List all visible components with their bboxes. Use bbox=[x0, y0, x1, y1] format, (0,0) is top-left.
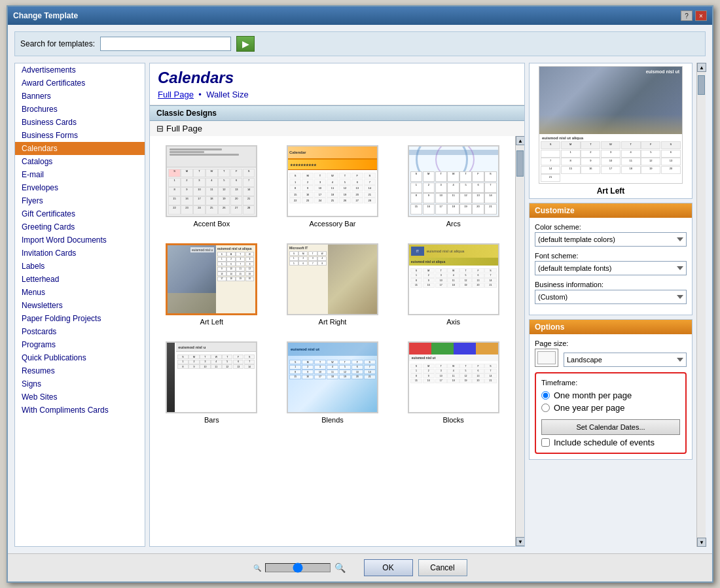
center-header: Calendars Full Page • Wallet Size bbox=[150, 63, 524, 105]
template-blocks[interactable]: euismod nisl ut SMTWTFS 1234567 89101112… bbox=[398, 339, 509, 426]
right-scrollbar-down[interactable]: ▼ bbox=[697, 538, 706, 547]
template-accessory-bar[interactable]: Calendar ★★★★★★★★★★ SMTWTFS 1234567 bbox=[278, 143, 388, 230]
sidebar-item-paper-folding[interactable]: Paper Folding Projects bbox=[15, 312, 145, 325]
sidebar-item-email[interactable]: E-mail bbox=[15, 168, 145, 181]
template-arcs[interactable]: SMTWTFS 1234567 891011121314 15161718192… bbox=[398, 143, 509, 230]
font-scheme-select[interactable]: (default template fonts) bbox=[535, 261, 687, 275]
preview-image: euismod nisl ut euismod nisl ut aliqua S… bbox=[539, 66, 683, 184]
search-bar: Search for templates: ▶ bbox=[14, 31, 706, 56]
sidebar-item-quick-publications[interactable]: Quick Publications bbox=[15, 351, 145, 364]
template-name-blocks: Blocks bbox=[442, 416, 463, 424]
set-calendar-dates-button[interactable]: Set Calendar Dates... bbox=[541, 419, 680, 435]
template-thumb-axis: IT euismod nisl ut aliqua euismod nisl u… bbox=[408, 243, 499, 315]
zoom-slider[interactable] bbox=[265, 563, 331, 572]
sidebar-item-flyers[interactable]: Flyers bbox=[15, 194, 145, 207]
sidebar-item-calendars[interactable]: Calendars bbox=[15, 142, 145, 155]
sidebar-item-banners[interactable]: Banners bbox=[15, 90, 145, 103]
scrollbar-up-arrow[interactable]: ▲ bbox=[516, 136, 524, 145]
preview-label: Art Left bbox=[597, 186, 625, 196]
collapse-icon[interactable]: ⊟ bbox=[156, 124, 164, 133]
template-name-blends: Blends bbox=[321, 416, 344, 424]
sidebar-item-programs[interactable]: Programs bbox=[15, 338, 145, 351]
zoom-bar: 🔍 🔍 bbox=[253, 562, 346, 573]
template-accent-box[interactable]: SMTWTFS 1234567 891011121314 15161718192… bbox=[156, 143, 267, 230]
sidebar-item-resumes[interactable]: Resumes bbox=[15, 364, 145, 377]
template-thumb-accessory-bar: Calendar ★★★★★★★★★★ SMTWTFS 1234567 bbox=[287, 145, 378, 217]
center-scrollbar[interactable]: ▲ ▼ bbox=[515, 136, 524, 546]
templates-scroll-area[interactable]: SMTWTFS 1234567 891011121314 15161718192… bbox=[150, 136, 515, 546]
color-scheme-select[interactable]: (default template colors) bbox=[535, 232, 687, 247]
main-content: Advertisements Award Certificates Banner… bbox=[14, 63, 706, 547]
subtitle-full-page[interactable]: Full Page bbox=[158, 90, 194, 99]
sidebar-item-award-certificates[interactable]: Award Certificates bbox=[15, 77, 145, 90]
scrollbar-thumb[interactable] bbox=[516, 150, 524, 177]
sidebar-item-brochures[interactable]: Brochures bbox=[15, 103, 145, 116]
sidebar-item-business-cards[interactable]: Business Cards bbox=[15, 116, 145, 129]
color-scheme-row: Color scheme: (default template colors) bbox=[535, 223, 687, 247]
sidebar-item-business-forms[interactable]: Business Forms bbox=[15, 129, 145, 142]
radio-year[interactable] bbox=[541, 404, 550, 412]
close-button[interactable]: × bbox=[695, 10, 707, 21]
options-section-title: Options bbox=[530, 320, 692, 334]
color-scheme-label: Color scheme: bbox=[535, 223, 687, 231]
search-arrow-icon: ▶ bbox=[242, 39, 249, 49]
sidebar-item-invitation-cards[interactable]: Invitation Cards bbox=[15, 247, 145, 260]
zoom-in-icon: 🔍 bbox=[334, 562, 346, 573]
options-content: Page size: Landscape bbox=[530, 334, 692, 459]
sidebar-item-postcards[interactable]: Postcards bbox=[15, 325, 145, 338]
sidebar-item-letterhead[interactable]: Letterhead bbox=[15, 273, 145, 286]
subtitle-wallet[interactable]: Wallet Size bbox=[206, 90, 249, 99]
template-name-accent-box: Accent Box bbox=[194, 220, 230, 228]
category-sidebar: Advertisements Award Certificates Banner… bbox=[14, 63, 145, 547]
subsection-label: Full Page bbox=[166, 124, 202, 133]
business-info-select[interactable]: (Custom) bbox=[535, 290, 687, 304]
full-page-subsection: ⊟ Full Page bbox=[150, 121, 524, 136]
include-schedule-row: Include schedule of events bbox=[541, 438, 680, 447]
radio-month[interactable] bbox=[541, 391, 550, 400]
options-box: Options Page size: bbox=[529, 319, 693, 460]
sidebar-item-gift-certificates[interactable]: Gift Certificates bbox=[15, 207, 145, 220]
sidebar-item-catalogs[interactable]: Catalogs bbox=[15, 155, 145, 168]
template-blends[interactable]: euismod nisl ut SMTWTFS 1234567 89101112… bbox=[278, 339, 388, 426]
search-input[interactable] bbox=[100, 37, 231, 51]
help-button[interactable]: ? bbox=[681, 10, 693, 21]
cancel-button[interactable]: Cancel bbox=[418, 559, 467, 576]
preview-box: euismod nisl ut euismod nisl ut aliqua S… bbox=[529, 63, 693, 199]
sidebar-item-newsletters[interactable]: Newsletters bbox=[15, 299, 145, 312]
sidebar-item-envelopes[interactable]: Envelopes bbox=[15, 181, 145, 194]
include-schedule-checkbox[interactable] bbox=[541, 438, 550, 447]
template-name-axis: Axis bbox=[446, 318, 460, 326]
scrollbar-down-arrow[interactable]: ▼ bbox=[516, 537, 524, 546]
radio-year-row: One year per page bbox=[541, 403, 680, 413]
sidebar-item-web-sites[interactable]: Web Sites bbox=[15, 390, 145, 404]
ok-button[interactable]: OK bbox=[364, 559, 413, 576]
business-info-label: Business information: bbox=[535, 281, 687, 288]
page-size-label: Page size: bbox=[535, 339, 687, 347]
template-bars[interactable]: euismod nisl u S M T W T bbox=[156, 339, 267, 426]
radio-month-label: One month per page bbox=[554, 390, 632, 400]
template-thumb-arcs: SMTWTFS 1234567 891011121314 15161718192… bbox=[408, 145, 499, 217]
template-art-left[interactable]: euismod nisl u euismod nisl ut aliqua SM… bbox=[156, 241, 267, 328]
sidebar-item-with-compliments[interactable]: With Compliments Cards bbox=[15, 404, 145, 417]
sidebar-item-labels[interactable]: Labels bbox=[15, 260, 145, 273]
right-scrollbar-thumb[interactable] bbox=[698, 75, 705, 95]
template-axis[interactable]: IT euismod nisl ut aliqua euismod nisl u… bbox=[398, 241, 509, 328]
sidebar-item-menus[interactable]: Menus bbox=[15, 286, 145, 299]
radio-year-label: One year per page bbox=[554, 403, 624, 413]
right-scrollbar-up[interactable]: ▲ bbox=[697, 63, 706, 72]
customize-content: Color scheme: (default template colors) … bbox=[530, 218, 692, 315]
search-label: Search for templates: bbox=[20, 39, 95, 48]
sidebar-item-signs[interactable]: Signs bbox=[15, 377, 145, 390]
sidebar-item-advertisements[interactable]: Advertisements bbox=[15, 63, 145, 77]
font-scheme-label: Font scheme: bbox=[535, 252, 687, 260]
sidebar-item-import-word[interactable]: Import Word Documents bbox=[15, 233, 145, 247]
sidebar-item-greeting-cards[interactable]: Greeting Cards bbox=[15, 220, 145, 233]
scrollbar-track bbox=[516, 145, 524, 537]
customize-section-title: Customize bbox=[530, 203, 692, 218]
page-size-select[interactable]: Landscape bbox=[564, 353, 687, 367]
template-art-right[interactable]: Microsoft IT S M T W 1 2 bbox=[278, 241, 388, 328]
right-scrollbar[interactable]: ▲ ▼ bbox=[696, 63, 706, 547]
search-button[interactable]: ▶ bbox=[236, 36, 255, 52]
timeframe-label: Timeframe: bbox=[541, 379, 680, 387]
template-thumb-accent-box: SMTWTFS 1234567 891011121314 15161718192… bbox=[166, 145, 257, 217]
